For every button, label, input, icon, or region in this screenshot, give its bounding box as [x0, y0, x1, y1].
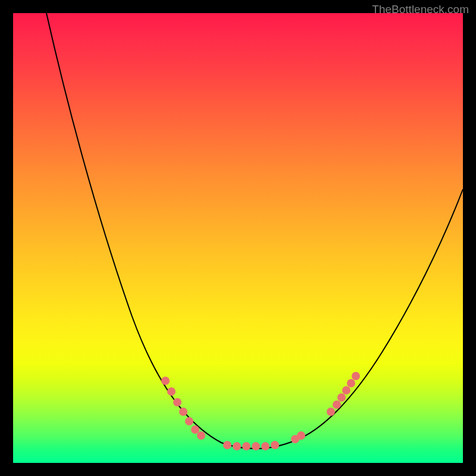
dot: [333, 400, 341, 409]
dot: [161, 377, 170, 385]
watermark-text: TheBottleneck.com: [372, 3, 469, 16]
dot: [233, 442, 241, 450]
dot: [191, 425, 199, 434]
dot: [223, 441, 231, 449]
dot: [347, 379, 355, 387]
dot: [242, 442, 250, 450]
dot: [337, 393, 346, 402]
dot: [185, 417, 193, 425]
dot: [173, 398, 181, 406]
bottleneck-curve: [46, 13, 463, 449]
dot: [327, 408, 335, 416]
dot: [179, 408, 187, 416]
dot: [252, 442, 260, 450]
chart-container: [13, 13, 463, 463]
dot: [261, 442, 270, 450]
dot: [167, 387, 176, 396]
dot: [342, 386, 350, 394]
dot: [271, 441, 279, 449]
chart-svg: [13, 13, 463, 463]
dot: [352, 372, 360, 380]
dot: [197, 431, 205, 440]
data-dots: [161, 372, 360, 450]
dot: [297, 431, 305, 440]
